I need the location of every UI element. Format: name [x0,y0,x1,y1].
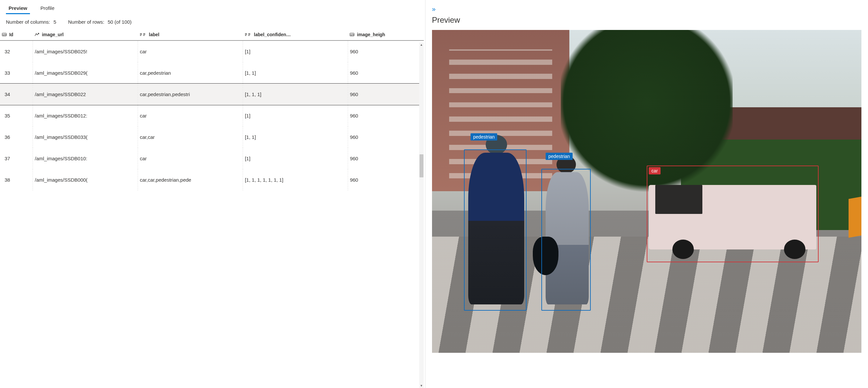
table-cell: 960 [348,105,424,126]
table-cell: 36 [0,126,33,148]
table-cell: 32 [0,40,33,62]
rows-count-label: Number of rows: [68,19,104,25]
table-cell: 35 [0,105,33,126]
table-cell: /aml_images/SSDB029( [33,62,137,84]
table-row[interactable]: 37/aml_images/SSDB010:car[1]960 [0,148,424,169]
columns-count-label: Number of columns: [6,19,50,25]
table-cell: [1] [243,40,348,62]
table-cell: [1, 1] [243,62,348,84]
collapse-panel-button[interactable]: » [432,4,861,15]
annotation-bbox-pedestrian[interactable] [541,169,591,311]
column-header-image-url[interactable]: image_url [33,29,137,40]
table-cell: [1] [243,105,348,126]
table-cell: /aml_images/SSDB000( [33,169,137,191]
columns-count-value: 5 [53,19,56,25]
column-header-id[interactable]: 123 Id [0,29,33,40]
table-cell: 34 [0,84,33,105]
table-cell: [1] [243,148,348,169]
table-row[interactable]: 32/aml_images/SSDB025!car[1]960 [0,40,424,62]
column-header-label[interactable]: label [137,29,243,40]
annotation-bbox-car[interactable] [647,165,818,262]
table-cell: car,car [137,126,243,148]
preview-panel-title: Preview [432,15,861,25]
annotation-bbox-pedestrian[interactable] [464,150,526,311]
table-cell: car [137,105,243,126]
scroll-up-arrow-icon[interactable]: ▲ [419,42,424,47]
column-header-image-height[interactable]: 123 image_heigh [348,29,424,40]
table-row[interactable]: 33/aml_images/SSDB029(car,pedestrian[1, … [0,62,424,84]
table-cell: [1, 1] [243,126,348,148]
data-table: 123 Id image_url label [0,29,424,191]
annotation-label-pedestrian[interactable]: pedestrian [470,133,497,140]
table-cell: car [137,148,243,169]
table-cell: car,car,pedestrian,pede [137,169,243,191]
image-preview[interactable]: pedestrian pedestrian car [432,30,861,353]
table-cell: 960 [348,40,424,62]
scene-sign [848,197,861,238]
table-cell: /aml_images/SSDB022 [33,84,137,105]
table-cell: 960 [348,169,424,191]
scroll-thumb[interactable] [420,154,424,177]
table-cell: [1, 1, 1, 1, 1, 1, 1] [243,169,348,191]
svg-text:123: 123 [350,34,354,36]
table-cell: /aml_images/SSDB025! [33,40,137,62]
table-cell: 960 [348,126,424,148]
tab-profile[interactable]: Profile [38,3,57,14]
text-array-type-icon [245,32,251,37]
scroll-down-arrow-icon[interactable]: ▼ [419,383,424,388]
data-table-wrap: 123 Id image_url label [0,29,424,388]
column-header-label-confidence[interactable]: label_confiden… [243,29,348,40]
annotation-label-car[interactable]: car [649,167,660,174]
table-row[interactable]: 38/aml_images/SSDB000(car,car,pedestrian… [0,169,424,191]
svg-text:123: 123 [2,34,6,36]
table-cell: car [137,40,243,62]
text-array-type-icon [140,32,146,37]
vertical-scrollbar[interactable]: ▲ ▼ [419,42,424,388]
right-pane: » Preview pedestrian pedestrian car [426,0,868,388]
table-cell: 33 [0,62,33,84]
stats-row: Number of columns: 5 Number of rows: 50 … [0,14,424,29]
table-cell: [1, 1, 1] [243,84,348,105]
table-cell: /aml_images/SSDB012: [33,105,137,126]
numeric-type-icon: 123 [2,32,7,37]
table-row[interactable]: 34/aml_images/SSDB022car,pedestrian,pede… [0,84,424,105]
table-row[interactable]: 35/aml_images/SSDB012:car[1]960 [0,105,424,126]
path-type-icon [35,32,39,37]
table-cell: car,pedestrian [137,62,243,84]
table-row[interactable]: 36/aml_images/SSDB033(car,car[1, 1]960 [0,126,424,148]
table-cell: car,pedestrian,pedestri [137,84,243,105]
table-cell: 960 [348,62,424,84]
numeric-type-icon: 123 [350,32,354,37]
left-pane: Preview Profile Number of columns: 5 Num… [0,0,426,388]
table-cell: /aml_images/SSDB010: [33,148,137,169]
annotation-label-pedestrian[interactable]: pedestrian [546,153,572,160]
table-cell: 38 [0,169,33,191]
table-cell: 960 [348,84,424,105]
table-cell: /aml_images/SSDB033( [33,126,137,148]
tab-bar: Preview Profile [0,0,424,14]
chevron-double-right-icon: » [432,5,434,12]
table-cell: 37 [0,148,33,169]
table-cell: 960 [348,148,424,169]
tab-preview[interactable]: Preview [6,3,30,14]
rows-count-value: 50 (of 100) [108,19,132,25]
